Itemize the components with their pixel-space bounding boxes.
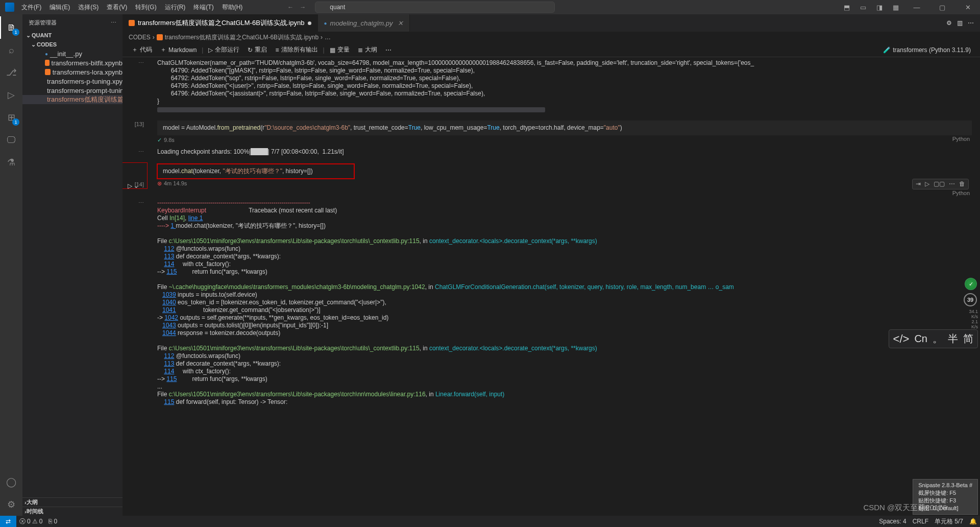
tab-bar: transformers低精度训练篇之ChatGLM-6B训练实战.ipynb … bbox=[122, 14, 980, 32]
outline-panel[interactable]: ≣ 大纲 bbox=[355, 44, 380, 56]
more-icon[interactable]: ⋯ bbox=[968, 19, 974, 27]
file-chatglm[interactable]: transformers低精度训练篇之ChatG… bbox=[22, 95, 122, 104]
vars-panel[interactable]: ▦ 变量 bbox=[327, 44, 353, 56]
file-init-py[interactable]: ●__init__.py bbox=[22, 49, 122, 58]
cell-lang[interactable]: Python bbox=[122, 189, 980, 197]
menu-file[interactable]: 文件(F) bbox=[17, 0, 45, 14]
timeline-section[interactable]: ›时间线 bbox=[22, 507, 122, 516]
close-icon[interactable]: ✕ bbox=[398, 19, 403, 27]
explorer-badge: 1 bbox=[12, 29, 19, 36]
cell-output: ⋯ ChatGLMTokenizer(name_or_path='THUDM/c… bbox=[122, 57, 980, 114]
menu-run[interactable]: 运行(R) bbox=[161, 0, 190, 14]
nav-back-icon[interactable]: ← bbox=[287, 4, 293, 11]
error-icon: ⊗ bbox=[157, 180, 162, 187]
menu-goto[interactable]: 转到(G) bbox=[131, 0, 160, 14]
exec-count: [13] bbox=[135, 121, 144, 128]
outline-section[interactable]: ›大纲 bbox=[22, 497, 122, 507]
nav-forward-icon[interactable]: → bbox=[300, 4, 306, 11]
testing-icon[interactable]: ⚗ bbox=[0, 151, 22, 174]
run-all[interactable]: ▷ 全部运行 bbox=[205, 44, 242, 56]
menu-edit[interactable]: 编辑(E) bbox=[45, 0, 74, 14]
delete-icon[interactable]: 🗑 bbox=[959, 180, 965, 188]
tab-notebook[interactable]: transformers低精度训练篇之ChatGLM-6B训练实战.ipynb bbox=[122, 14, 318, 32]
remote-icon[interactable]: 🖵 bbox=[0, 129, 22, 151]
code-input[interactable]: model = AutoModel.from_pretrained(r"D:\s… bbox=[157, 121, 972, 135]
cell-indicator[interactable]: 单元格 5/7 bbox=[932, 516, 966, 527]
sidebar: 资源管理器 ⋯ ⌄QUANT ⌄CODES ●__init__.py trans… bbox=[22, 14, 122, 516]
layout-left-icon[interactable]: ⬒ bbox=[841, 2, 852, 13]
settings-icon[interactable]: ⚙ bbox=[0, 493, 22, 516]
run-cell-icon[interactable]: ▷ bbox=[925, 180, 929, 188]
window-maximize[interactable]: ▢ bbox=[932, 0, 952, 14]
activity-bar: 🗎1 ⌕ ⎇ ▷ ⊞1 🖵 ⚗ ◯ ⚙ bbox=[0, 14, 22, 516]
exec-time: 9.8s bbox=[164, 136, 175, 144]
file-lora[interactable]: transformers-lora.xpynb bbox=[22, 67, 122, 77]
menu-terminal[interactable]: 终端(T) bbox=[189, 0, 217, 14]
layout-right-icon[interactable]: ◨ bbox=[874, 2, 885, 13]
gear-icon[interactable]: ⚙ bbox=[946, 19, 952, 27]
collapse-icon[interactable]: ⋯ bbox=[138, 199, 144, 207]
notebook-icon bbox=[129, 20, 135, 26]
exec-time: 4m 14.9s bbox=[164, 180, 187, 187]
command-search[interactable] bbox=[315, 2, 555, 13]
ext-badge: 1 bbox=[12, 118, 19, 126]
clear-outputs[interactable]: ≡ 清除所有输出 bbox=[272, 44, 321, 56]
remote-indicator[interactable]: ⇄ bbox=[0, 516, 16, 527]
eol-indicator[interactable]: CRLF bbox=[910, 516, 932, 527]
notification-bell-icon[interactable]: 🔔 bbox=[966, 516, 980, 527]
window-close[interactable]: ✕ bbox=[958, 0, 978, 14]
layout-customize-icon[interactable]: ▦ bbox=[890, 2, 901, 13]
menu-help[interactable]: 帮助(H) bbox=[218, 0, 247, 14]
notebook-body[interactable]: ⋯ ChatGLMTokenizer(name_or_path='THUDM/c… bbox=[122, 57, 980, 516]
restart-kernel[interactable]: ↻ 重启 bbox=[244, 44, 270, 56]
file-bitfit[interactable]: transformers-bitfit.xpynb bbox=[22, 58, 122, 67]
folder-codes[interactable]: ⌄CODES bbox=[22, 40, 122, 49]
notebook-toolbar: ＋ 代码 ＋ Markdown | ▷ 全部运行 ↻ 重启 ≡ 清除所有输出 |… bbox=[122, 43, 980, 57]
problems[interactable]: ⓧ 0 ⚠ 0 bbox=[16, 516, 45, 527]
run-by-line-icon[interactable]: ⇥ bbox=[916, 180, 921, 188]
search-icon[interactable]: ⌕ bbox=[0, 39, 22, 61]
menu-select[interactable]: 选择(S) bbox=[74, 0, 103, 14]
extensions-icon[interactable]: ⊞1 bbox=[0, 106, 22, 129]
search-input[interactable] bbox=[315, 2, 555, 13]
folder-root[interactable]: ⌄QUANT bbox=[22, 31, 122, 40]
tab-modeling[interactable]: ● modeling_chatglm.py✕ bbox=[318, 14, 410, 32]
add-md-cell[interactable]: ＋ Markdown bbox=[157, 44, 200, 56]
split-icon[interactable]: ▢▢ bbox=[934, 180, 945, 188]
breadcrumb[interactable]: CODES › transformers低精度训练篇之ChatGLM-6B训练实… bbox=[122, 32, 980, 43]
cell-13: [13] model = AutoModel.from_pretrained(r… bbox=[122, 118, 980, 146]
spaces-indicator[interactable]: Spaces: 4 bbox=[876, 516, 909, 527]
chevron-down-icon: ⌄ bbox=[24, 32, 32, 39]
split-editor-icon[interactable]: ▥ bbox=[957, 19, 963, 27]
progress-bar bbox=[251, 148, 267, 155]
kernel-picker[interactable]: 🧪 transformers (Python 3.11.9) bbox=[880, 44, 974, 56]
run-debug-icon[interactable]: ▷ bbox=[0, 84, 22, 106]
vscode-logo-icon bbox=[5, 3, 14, 12]
cell-action-bar: ⇥ ▷ ▢▢ ⋯ 🗑 bbox=[912, 179, 969, 189]
chevron-down-icon: ⌄ bbox=[30, 41, 37, 48]
code-input[interactable]: model.chat(tokenizer, "考试的技巧有哪些？", histo… bbox=[157, 164, 354, 179]
hscrollbar[interactable] bbox=[157, 107, 545, 112]
collapse-icon[interactable]: ⋯ bbox=[138, 59, 144, 67]
file-p-tuning[interactable]: transformers-p-tuning.xpynb bbox=[22, 77, 122, 86]
check-icon: ✓ bbox=[157, 136, 162, 144]
file-prompt-tuning[interactable]: transformers-prompt-tuning.xpynb bbox=[22, 86, 122, 95]
status-bar: ⇄ ⓧ 0 ⚠ 0 ⎘ 0 Spaces: 4 CRLF 单元格 5/7 🔔 bbox=[0, 516, 980, 527]
sidebar-more-icon[interactable]: ⋯ bbox=[111, 19, 116, 26]
ports[interactable]: ⎘ 0 bbox=[45, 516, 60, 527]
editor: transformers低精度训练篇之ChatGLM-6B训练实战.ipynb … bbox=[122, 14, 980, 516]
explorer-icon[interactable]: 🗎1 bbox=[0, 16, 22, 39]
title-bar: 文件(F) 编辑(E) 选择(S) 查看(V) 转到(G) 运行(R) 终端(T… bbox=[0, 0, 980, 14]
menu-view[interactable]: 查看(V) bbox=[103, 0, 131, 14]
scm-icon[interactable]: ⎇ bbox=[0, 61, 22, 84]
run-cell-icon[interactable]: ▷ ⌄ bbox=[128, 182, 139, 190]
collapse-icon[interactable]: ⋯ bbox=[138, 148, 144, 156]
more-icon[interactable]: ⋯ bbox=[382, 44, 395, 56]
window-minimize[interactable]: — bbox=[906, 0, 927, 14]
cell-14: [14] model.chat(tokenizer, "考试的技巧有哪些？", … bbox=[122, 162, 362, 189]
more-icon[interactable]: ⋯ bbox=[949, 180, 955, 188]
cell-lang[interactable]: Python bbox=[952, 135, 972, 144]
account-icon[interactable]: ◯ bbox=[0, 471, 22, 493]
add-code-cell[interactable]: ＋ 代码 bbox=[129, 44, 155, 56]
layout-bottom-icon[interactable]: ▭ bbox=[857, 2, 869, 13]
